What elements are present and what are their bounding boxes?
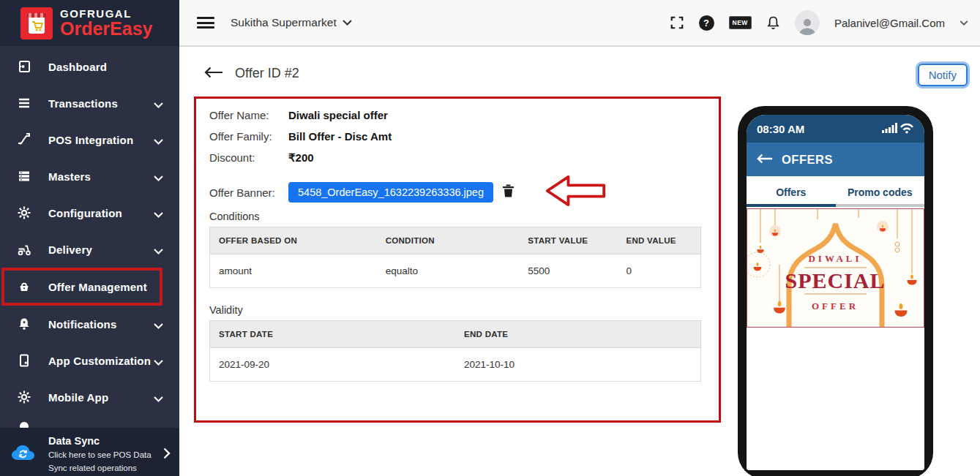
column-header: CONDITION	[377, 227, 520, 254]
phone-edit-icon	[16, 352, 32, 369]
transactions-icon	[16, 95, 32, 111]
app-root: GOFRUGAL OrderEasy Dashboard Transaction…	[0, 0, 980, 476]
phone-offers-header: OFFERS	[747, 143, 924, 176]
chevron-down-icon	[154, 392, 163, 405]
banner-line2: SPECIAL	[785, 268, 885, 292]
data-sync-subtitle: Click here to see POS Data Sync related …	[48, 449, 162, 475]
phone-time: 08:30 AM	[757, 123, 804, 135]
sidebar-item-app-customization[interactable]: App Customization	[0, 342, 179, 379]
sidebar-item-delivery[interactable]: Delivery	[0, 231, 179, 268]
sidebar-item-masters[interactable]: Masters	[0, 158, 179, 194]
cell-end-date: 2021-10-10	[455, 348, 701, 382]
validity-section-label: Validity	[209, 304, 243, 316]
cell-start-value: 5500	[519, 254, 617, 288]
avatar[interactable]	[795, 10, 820, 35]
conditions-section-label: Conditions	[209, 211, 260, 222]
chevron-down-icon	[154, 208, 163, 221]
red-callout-arrow-icon	[544, 174, 607, 211]
discount-value: ₹200	[288, 151, 314, 165]
banner-file-chip[interactable]: 5458_OrderEasy_1632239263336.jpeg	[288, 182, 493, 203]
phone-body-blank	[747, 328, 924, 470]
help-icon[interactable]: ?	[699, 15, 714, 31]
new-badge[interactable]: NEW	[729, 16, 752, 29]
chevron-down-icon	[343, 20, 352, 26]
bell-icon	[16, 316, 32, 332]
sidebar: GOFRUGAL OrderEasy Dashboard Transaction…	[0, 0, 179, 476]
brand-name-gofrugal: GOFRUGAL	[60, 8, 152, 20]
diwali-banner-image[interactable]: DIWALI SPECIAL OFFER	[747, 208, 924, 328]
chevron-down-icon	[154, 171, 163, 184]
offer-name-value: Diwali special offer	[288, 109, 388, 121]
offer-banner-label: Offer Banner:	[209, 186, 288, 199]
conditions-header-row: OFFER BASED ON CONDITION START VALUE END…	[210, 227, 701, 254]
pos-integration-icon	[16, 132, 32, 148]
sidebar-item-configuration[interactable]: Configuration	[0, 194, 179, 231]
chevron-down-icon	[154, 319, 163, 332]
phone-status-bar: 08:30 AM	[747, 115, 924, 143]
user-email[interactable]: Palanivel@Gmail.Com	[834, 17, 945, 29]
back-arrow-icon[interactable]	[757, 153, 773, 167]
gear-icon	[16, 389, 32, 405]
store-switcher[interactable]: Sukitha Supermarket	[231, 16, 352, 29]
offer-banner-row: Offer Banner: 5458_OrderEasy_16322392633…	[209, 174, 607, 211]
active-tab-indicator	[747, 204, 836, 207]
chevron-down-icon	[154, 98, 163, 111]
offer-basket-icon	[16, 279, 32, 295]
phone-tab-bar: Offers Promo codes	[747, 176, 924, 208]
ordereasy-logo-icon	[20, 7, 53, 39]
offer-name-label: Offer Name:	[209, 109, 288, 121]
column-header: END DATE	[455, 321, 701, 348]
top-bar: Sukitha Supermarket ? NEW Palanivel@Gmai…	[179, 0, 980, 47]
back-arrow-icon[interactable]	[204, 67, 223, 81]
offer-name-row: Offer Name: Diwali special offer	[209, 109, 388, 121]
phone-screen-title: OFFERS	[782, 153, 833, 167]
phone-preview: 08:30 AM OFFERS	[738, 106, 933, 476]
table-row: amount equalto 5500 0	[210, 254, 701, 288]
table-row: 2021-09-20 2021-10-10	[210, 348, 701, 382]
sidebar-item-notifications[interactable]: Notifications	[0, 306, 179, 342]
data-sync-panel[interactable]: Data Sync Click here to see POS Data Syn…	[0, 428, 179, 476]
signal-wifi-icon	[882, 121, 914, 137]
cell-condition: equalto	[377, 254, 520, 288]
sidebar-menu: Dashboard Transactions POS Integration	[0, 48, 179, 431]
offer-family-row: Offer Family: Bill Offer - Disc Amt	[209, 130, 392, 143]
cloud-sync-icon	[10, 442, 41, 467]
notify-button[interactable]: Notify	[918, 64, 968, 86]
sidebar-item-pos-integration[interactable]: POS Integration	[0, 121, 179, 158]
sidebar-item-offer-management[interactable]: Offer Management	[1, 268, 162, 306]
chevron-down-icon	[154, 244, 163, 257]
data-sync-title: Data Sync	[48, 435, 162, 447]
brand-logo[interactable]: GOFRUGAL OrderEasy	[0, 0, 179, 46]
chevron-down-icon	[154, 135, 163, 148]
sidebar-item-transactions[interactable]: Transactions	[0, 85, 179, 121]
store-name: Sukitha Supermarket	[231, 16, 337, 29]
conditions-table: OFFER BASED ON CONDITION START VALUE END…	[209, 227, 701, 288]
fullscreen-icon[interactable]	[670, 15, 684, 30]
offer-family-value: Bill Offer - Disc Amt	[288, 130, 392, 143]
gear-icon	[16, 205, 32, 221]
chevron-right-icon	[163, 447, 171, 463]
dashboard-icon	[16, 58, 32, 75]
offer-family-label: Offer Family:	[209, 130, 288, 143]
validity-table: START DATE END DATE 2021-09-20 2021-10-1…	[209, 320, 701, 382]
column-header: END VALUE	[617, 227, 700, 254]
discount-label: Discount:	[209, 151, 288, 165]
column-header: OFFER BASED ON	[210, 227, 377, 254]
column-header: START VALUE	[519, 227, 617, 254]
validity-header-row: START DATE END DATE	[210, 321, 701, 348]
delivery-scooter-icon	[16, 241, 32, 257]
banner-line3: OFFER	[812, 301, 859, 311]
bell-icon[interactable]	[766, 15, 780, 31]
chevron-down-icon	[154, 355, 163, 369]
page-title: Offer ID #2	[235, 66, 299, 81]
trash-icon[interactable]	[502, 184, 515, 201]
chevron-down-icon[interactable]	[960, 20, 968, 26]
sidebar-item-mobile-app[interactable]: Mobile App	[0, 379, 179, 415]
sidebar-item-dashboard[interactable]: Dashboard	[0, 48, 179, 85]
brand-name-ordereasy: OrderEasy	[60, 19, 152, 38]
discount-row: Discount: ₹200	[209, 151, 314, 165]
phone-screen: 08:30 AM OFFERS	[747, 115, 924, 470]
hamburger-menu-icon[interactable]	[197, 17, 214, 29]
cell-offer-based-on: amount	[210, 254, 377, 288]
banner-line1: DIWALI	[808, 253, 861, 264]
